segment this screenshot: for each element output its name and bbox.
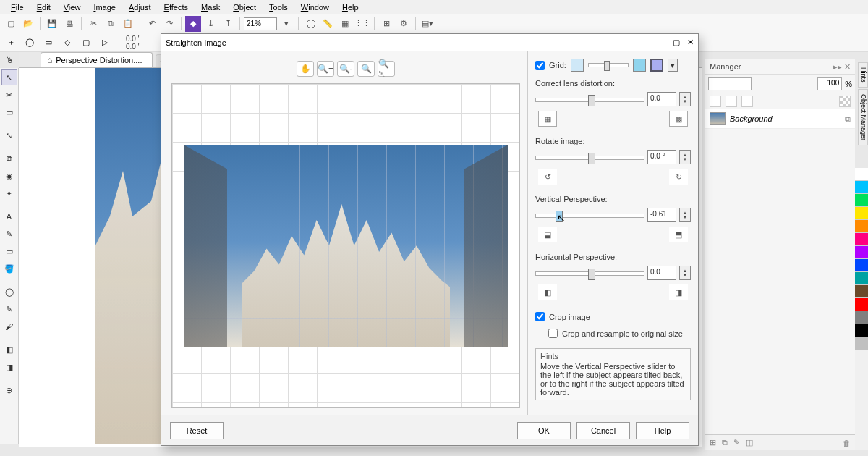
import-icon[interactable]: ⤓ <box>203 16 218 32</box>
lock-icon[interactable] <box>710 96 721 107</box>
grid-checkbox[interactable] <box>535 61 545 70</box>
vertical-perspective-value[interactable]: -0.61 <box>647 208 676 222</box>
color-swatch[interactable] <box>855 272 868 285</box>
side-tab-hints[interactable]: Hints <box>858 62 868 88</box>
color-swatch[interactable] <box>855 324 868 337</box>
launch-icon[interactable]: ◆ <box>185 16 201 32</box>
transform-tool-icon[interactable]: ⤡ <box>1 127 17 143</box>
save-icon[interactable]: 💾 <box>44 16 60 32</box>
merge-icon[interactable] <box>741 96 753 107</box>
cancel-button[interactable]: Cancel <box>576 422 630 439</box>
dialog-close-icon[interactable]: ✕ <box>687 38 694 47</box>
horizontal-perspective-slider[interactable] <box>535 271 644 276</box>
effect-tool-icon[interactable]: ✦ <box>1 185 17 201</box>
color-swatch[interactable] <box>855 298 868 311</box>
tool-polygon-icon[interactable]: ◇ <box>59 35 75 51</box>
menu-help[interactable]: Help <box>336 1 365 13</box>
menu-effects[interactable]: Effects <box>158 1 195 13</box>
zoom-level[interactable]: 21% <box>244 17 277 30</box>
zoom-100-icon[interactable]: 🔍␡ <box>378 61 395 77</box>
pick-tool-icon[interactable]: ↖ <box>1 69 17 85</box>
vertical-perspective-spinner[interactable]: ▲▼ <box>679 208 691 222</box>
tool-arrow-icon[interactable]: ▷ <box>97 35 113 51</box>
zoom-dropdown-icon[interactable]: ▾ <box>278 16 294 32</box>
rectangle-tool-icon[interactable]: ▭ <box>1 243 17 259</box>
color-swatch[interactable] <box>855 168 868 181</box>
new-icon[interactable]: ▢ <box>3 16 19 32</box>
transparency-grid-icon[interactable] <box>839 96 851 107</box>
clone-tool-icon[interactable]: ⧉ <box>1 151 17 166</box>
menu-edit[interactable]: Edit <box>30 1 57 13</box>
color-swatch[interactable] <box>855 181 868 194</box>
color-swatch[interactable] <box>855 285 868 298</box>
shape-tool-icon[interactable]: ▭ <box>1 104 17 120</box>
horizontal-perspective-spinner[interactable]: ▲▼ <box>679 266 691 280</box>
expand-toolbox-icon[interactable]: ⊕ <box>1 382 17 398</box>
vpersp-back-icon[interactable]: ⬓ <box>538 227 557 242</box>
grid-density-slider[interactable] <box>588 63 629 67</box>
tab-pointer-icon[interactable]: 🖱 <box>1 54 17 67</box>
crop-resample-checkbox[interactable] <box>548 329 558 338</box>
rotate-cw-icon[interactable]: ↻ <box>669 169 688 185</box>
fullscreen-icon[interactable]: ⛶ <box>302 16 318 32</box>
grid-color-dropdown-icon[interactable]: ▾ <box>668 59 678 72</box>
opacity-value[interactable]: 100 <box>817 77 842 90</box>
lens-distortion-value[interactable]: 0.0 <box>647 92 676 106</box>
eyedropper-tool-icon[interactable]: ✎ <box>1 301 17 317</box>
tool-rect-icon[interactable]: ▢ <box>78 35 94 51</box>
horizontal-perspective-value[interactable]: 0.0 <box>647 266 676 280</box>
rotate-ccw-icon[interactable]: ↺ <box>538 169 557 185</box>
menu-mask[interactable]: Mask <box>195 1 226 13</box>
snap-icon[interactable]: ⊞ <box>378 16 394 32</box>
print-icon[interactable]: 🖶 <box>61 16 77 32</box>
grid-icon[interactable]: ▦ <box>337 16 353 32</box>
ellipse-tool-icon[interactable]: ◯ <box>1 284 17 300</box>
guides-icon[interactable]: ⋮⋮ <box>354 16 370 32</box>
grid-color-1[interactable] <box>571 59 584 72</box>
rulers-icon[interactable]: 📏 <box>320 16 336 32</box>
cut-icon[interactable]: ✂ <box>85 16 101 32</box>
footer-icon-2[interactable]: ⧉ <box>722 438 728 447</box>
blend-mode-field[interactable] <box>708 77 752 90</box>
menu-view[interactable]: View <box>57 1 88 13</box>
color-swatch[interactable] <box>855 246 868 259</box>
dialog-maximize-icon[interactable]: ▢ <box>673 38 680 47</box>
menu-object[interactable]: Object <box>226 1 263 13</box>
preview-canvas[interactable] <box>171 83 520 408</box>
export-icon[interactable]: ⤒ <box>220 16 236 32</box>
hpersp-left-icon[interactable]: ◧ <box>538 284 557 300</box>
visibility-icon[interactable] <box>726 96 737 107</box>
options-icon[interactable]: ⚙ <box>396 16 412 32</box>
footer-icon-3[interactable]: ✎ <box>733 438 740 447</box>
pincushion-icon[interactable]: ▩ <box>669 111 688 127</box>
lens-distortion-slider[interactable] <box>535 98 644 102</box>
footer-icon-4[interactable]: ◫ <box>746 438 753 447</box>
brush-tool-icon[interactable]: ✎ <box>1 226 17 242</box>
paste-icon[interactable]: 📋 <box>120 16 136 32</box>
tool-pointer-plus-icon[interactable]: ＋ <box>3 35 19 51</box>
app-launcher-icon[interactable]: ▤▾ <box>420 16 435 32</box>
menu-image[interactable]: Image <box>87 1 122 13</box>
rotate-spinner[interactable]: ▲▼ <box>679 150 691 164</box>
foreground-swatch-icon[interactable]: ◧ <box>1 342 17 358</box>
zoom-fit-icon[interactable]: 🔍 <box>357 61 375 77</box>
layer-options-icon[interactable]: ⧉ <box>845 114 851 124</box>
dialog-titlebar[interactable]: Straighten Image ▢ ✕ <box>161 34 698 51</box>
footer-icon-1[interactable]: ⊞ <box>710 438 716 447</box>
color-swatch[interactable] <box>855 311 868 324</box>
barrel-icon[interactable]: ▦ <box>538 111 557 127</box>
delete-layer-icon[interactable]: 🗑 <box>843 439 851 447</box>
color-swatch[interactable] <box>855 259 868 272</box>
panel-menu-icon[interactable]: ▸▸ ✕ <box>833 62 851 72</box>
rotate-value[interactable]: 0.0 ° <box>647 150 676 164</box>
side-tab-object-manager[interactable]: Object Manager <box>858 89 868 145</box>
crop-image-checkbox[interactable] <box>535 312 545 321</box>
vertical-perspective-slider[interactable] <box>535 214 644 218</box>
color-swatch[interactable] <box>855 194 868 207</box>
pan-tool-icon[interactable]: ✋ <box>297 61 314 77</box>
rotate-slider[interactable] <box>535 156 644 160</box>
tool-ellipse-icon[interactable]: ◯ <box>22 35 38 51</box>
color-swatch[interactable] <box>855 207 868 220</box>
zoom-in-icon[interactable]: 🔍+ <box>317 61 334 77</box>
hpersp-right-icon[interactable]: ◨ <box>669 284 688 300</box>
